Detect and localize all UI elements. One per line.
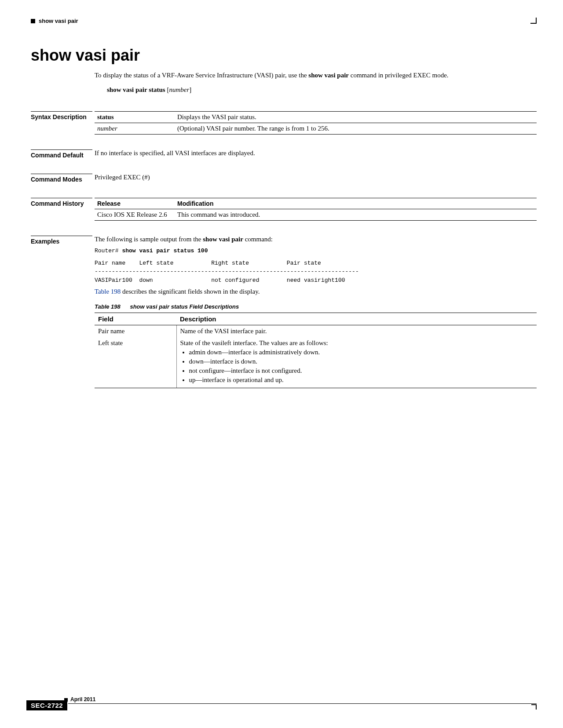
desc: Displays the VASI pair status. xyxy=(175,112,537,123)
section-body: The following is sample output from the … xyxy=(95,236,537,388)
running-header: show vasi pair xyxy=(31,18,537,24)
caption-text: show vasi pair status Field Descriptions xyxy=(130,303,239,310)
section-command-modes: Command Modes Privileged EXEC (#) xyxy=(26,174,537,183)
field-description-table: Field Description Pair name Name of the … xyxy=(95,313,537,388)
crop-mark-top-right xyxy=(530,18,537,24)
term: number xyxy=(95,123,175,135)
footer-inner: SEC-2722 xyxy=(26,699,537,710)
intro-paragraph: To display the status of a VRF-Aware Ser… xyxy=(95,71,519,80)
footer-square-icon xyxy=(64,698,68,702)
syntax-bracket-close: ] xyxy=(189,86,191,93)
modes-text: Privileged EXEC (#) xyxy=(95,174,150,181)
cli-line: Router# show vasi pair status 100 xyxy=(95,247,537,255)
col-field: Field xyxy=(95,313,176,325)
section-label: Command History xyxy=(31,198,92,221)
table-header-row: Release Modification xyxy=(95,198,537,209)
content-body: To display the status of a VRF-Aware Ser… xyxy=(95,71,519,94)
col-modification: Modification xyxy=(175,198,537,209)
lead-pre: The following is sample output from the xyxy=(95,236,203,243)
caption-num: Table 198 xyxy=(95,303,121,310)
lead-cmd: show vasi pair xyxy=(203,236,243,243)
footer-date: April 2011 xyxy=(70,696,95,703)
intro-cmd: show vasi pair xyxy=(308,72,349,79)
page-footer: April 2011 SEC-2722 xyxy=(26,703,537,710)
table-ref-post: describes the significant fields shown i… xyxy=(121,288,260,295)
table-row: status Displays the VASI pair status. xyxy=(95,112,537,123)
crop-mark-bottom-right xyxy=(531,704,537,710)
section-body: status Displays the VASI pair status. nu… xyxy=(95,111,537,135)
col-description: Description xyxy=(176,313,537,325)
section-examples: Examples The following is sample output … xyxy=(26,236,537,388)
desc-text: State of the vasileft interface. The val… xyxy=(180,339,328,346)
section-label: Command Default xyxy=(31,149,92,159)
col-release: Release xyxy=(95,198,175,209)
history-table: Release Modification Cisco IOS XE Releas… xyxy=(95,198,537,221)
section-body: Release Modification Cisco IOS XE Releas… xyxy=(95,198,537,221)
syntax-table: status Displays the VASI pair status. nu… xyxy=(95,111,537,135)
section-command-history: Command History Release Modification Cis… xyxy=(26,198,537,221)
cli-prompt: Router# xyxy=(95,248,122,254)
table-row: Left state State of the vasileft interfa… xyxy=(95,337,537,388)
section-label: Syntax Description xyxy=(31,111,92,135)
cli-command: show vasi pair status 100 xyxy=(122,248,208,254)
table-row: Pair name Name of the VASI interface pai… xyxy=(95,325,537,338)
section-body: If no interface is specified, all VASI i… xyxy=(95,149,537,159)
command-syntax: show vasi pair status [number] xyxy=(107,86,519,94)
intro-post: command in privileged EXEC mode. xyxy=(349,72,449,79)
term: status xyxy=(95,112,175,123)
syntax-arg: number xyxy=(169,86,189,93)
cli-output: Pair name Left state Right state Pair st… xyxy=(95,259,537,285)
section-body: Privileged EXEC (#) xyxy=(95,174,537,183)
list-item: admin down—interface is administratively… xyxy=(189,349,534,356)
header-square-icon xyxy=(31,19,35,23)
table-row: number (Optional) VASI pair number. The … xyxy=(95,123,537,135)
default-text: If no interface is specified, all VASI i… xyxy=(95,149,255,157)
field: Pair name xyxy=(95,325,176,338)
page: show vasi pair show vasi pair To display… xyxy=(0,0,563,728)
field: Left state xyxy=(95,337,176,388)
desc: Name of the VASI interface pair. xyxy=(176,325,537,338)
desc-bullets: admin down—interface is administratively… xyxy=(180,349,534,384)
section-syntax-description: Syntax Description status Displays the V… xyxy=(26,111,537,135)
release: Cisco IOS XE Release 2.6 xyxy=(95,209,175,221)
list-item: down—interface is down. xyxy=(189,358,534,365)
list-item: not configure—interface is not configure… xyxy=(189,367,534,375)
page-title: show vasi pair xyxy=(31,46,537,65)
section-command-default: Command Default If no interface is speci… xyxy=(26,149,537,159)
section-label: Examples xyxy=(31,236,92,388)
examples-lead: The following is sample output from the … xyxy=(95,236,537,243)
page-number-badge: SEC-2722 xyxy=(26,700,67,710)
syntax-cmd: show vasi pair status xyxy=(107,86,165,93)
table-header-row: Field Description xyxy=(95,313,537,325)
section-label: Command Modes xyxy=(31,174,92,183)
running-header-text: show vasi pair xyxy=(39,18,78,24)
lead-post: command: xyxy=(243,236,273,243)
table-reference: Table 198 describes the significant fiel… xyxy=(95,288,537,295)
intro-pre: To display the status of a VRF-Aware Ser… xyxy=(95,72,308,79)
table-caption: Table 198 show vasi pair status Field De… xyxy=(95,303,537,310)
modification: This command was introduced. xyxy=(175,209,537,221)
desc: State of the vasileft interface. The val… xyxy=(176,337,537,388)
table-ref-link[interactable]: Table 198 xyxy=(95,288,121,295)
table-row: Cisco IOS XE Release 2.6 This command wa… xyxy=(95,209,537,221)
desc: (Optional) VASI pair number. The range i… xyxy=(175,123,537,135)
list-item: up—interface is operational and up. xyxy=(189,376,534,384)
